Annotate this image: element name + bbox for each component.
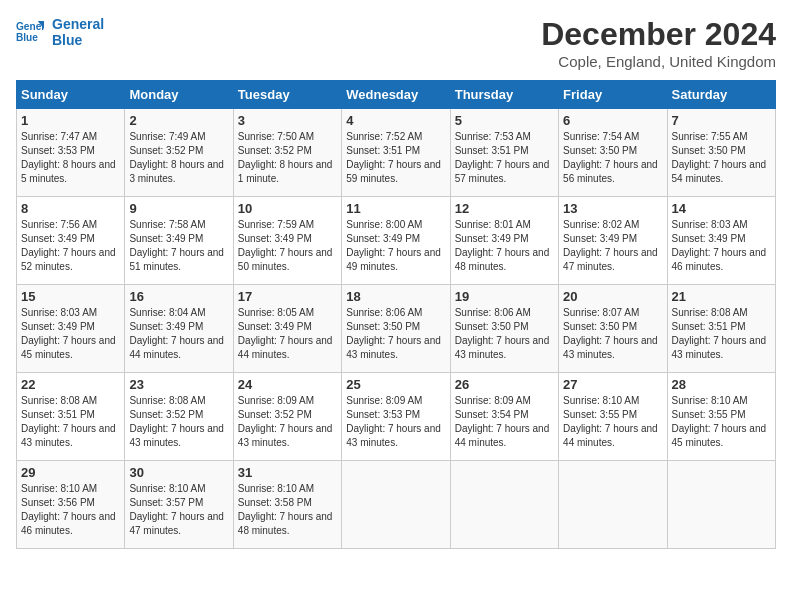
calendar-cell: 16 Sunrise: 8:04 AMSunset: 3:49 PMDaylig… (125, 285, 233, 373)
day-detail: Sunrise: 8:06 AMSunset: 3:50 PMDaylight:… (455, 306, 554, 362)
calendar-cell (342, 461, 450, 549)
day-number: 15 (21, 289, 120, 304)
day-detail: Sunrise: 7:59 AMSunset: 3:49 PMDaylight:… (238, 218, 337, 274)
location-subtitle: Cople, England, United Kingdom (541, 53, 776, 70)
calendar-cell: 19 Sunrise: 8:06 AMSunset: 3:50 PMDaylig… (450, 285, 558, 373)
day-number: 3 (238, 113, 337, 128)
calendar-cell: 21 Sunrise: 8:08 AMSunset: 3:51 PMDaylig… (667, 285, 775, 373)
calendar-cell: 28 Sunrise: 8:10 AMSunset: 3:55 PMDaylig… (667, 373, 775, 461)
col-sunday: Sunday (17, 81, 125, 109)
day-detail: Sunrise: 8:09 AMSunset: 3:52 PMDaylight:… (238, 394, 337, 450)
calendar-cell: 3 Sunrise: 7:50 AMSunset: 3:52 PMDayligh… (233, 109, 341, 197)
col-friday: Friday (559, 81, 667, 109)
day-number: 5 (455, 113, 554, 128)
calendar-week-3: 15 Sunrise: 8:03 AMSunset: 3:49 PMDaylig… (17, 285, 776, 373)
calendar-cell: 12 Sunrise: 8:01 AMSunset: 3:49 PMDaylig… (450, 197, 558, 285)
day-detail: Sunrise: 8:00 AMSunset: 3:49 PMDaylight:… (346, 218, 445, 274)
day-number: 28 (672, 377, 771, 392)
calendar-cell: 22 Sunrise: 8:08 AMSunset: 3:51 PMDaylig… (17, 373, 125, 461)
day-detail: Sunrise: 8:01 AMSunset: 3:49 PMDaylight:… (455, 218, 554, 274)
day-number: 17 (238, 289, 337, 304)
calendar-cell: 7 Sunrise: 7:55 AMSunset: 3:50 PMDayligh… (667, 109, 775, 197)
day-number: 13 (563, 201, 662, 216)
day-number: 22 (21, 377, 120, 392)
day-number: 31 (238, 465, 337, 480)
day-number: 27 (563, 377, 662, 392)
calendar-week-4: 22 Sunrise: 8:08 AMSunset: 3:51 PMDaylig… (17, 373, 776, 461)
day-detail: Sunrise: 8:08 AMSunset: 3:52 PMDaylight:… (129, 394, 228, 450)
day-number: 10 (238, 201, 337, 216)
calendar-cell: 26 Sunrise: 8:09 AMSunset: 3:54 PMDaylig… (450, 373, 558, 461)
calendar-cell: 24 Sunrise: 8:09 AMSunset: 3:52 PMDaylig… (233, 373, 341, 461)
svg-text:Blue: Blue (16, 32, 38, 43)
day-detail: Sunrise: 7:58 AMSunset: 3:49 PMDaylight:… (129, 218, 228, 274)
day-number: 21 (672, 289, 771, 304)
day-detail: Sunrise: 8:10 AMSunset: 3:58 PMDaylight:… (238, 482, 337, 538)
day-detail: Sunrise: 7:50 AMSunset: 3:52 PMDaylight:… (238, 130, 337, 186)
calendar-cell (667, 461, 775, 549)
day-detail: Sunrise: 7:47 AMSunset: 3:53 PMDaylight:… (21, 130, 120, 186)
day-detail: Sunrise: 8:09 AMSunset: 3:53 PMDaylight:… (346, 394, 445, 450)
day-number: 30 (129, 465, 228, 480)
calendar-cell: 18 Sunrise: 8:06 AMSunset: 3:50 PMDaylig… (342, 285, 450, 373)
day-detail: Sunrise: 8:10 AMSunset: 3:55 PMDaylight:… (563, 394, 662, 450)
calendar-cell: 20 Sunrise: 8:07 AMSunset: 3:50 PMDaylig… (559, 285, 667, 373)
day-detail: Sunrise: 8:05 AMSunset: 3:49 PMDaylight:… (238, 306, 337, 362)
calendar-week-1: 1 Sunrise: 7:47 AMSunset: 3:53 PMDayligh… (17, 109, 776, 197)
day-detail: Sunrise: 8:03 AMSunset: 3:49 PMDaylight:… (21, 306, 120, 362)
calendar-cell: 5 Sunrise: 7:53 AMSunset: 3:51 PMDayligh… (450, 109, 558, 197)
day-number: 26 (455, 377, 554, 392)
day-number: 23 (129, 377, 228, 392)
logo-line2: Blue (52, 32, 104, 48)
calendar-cell (559, 461, 667, 549)
day-detail: Sunrise: 7:56 AMSunset: 3:49 PMDaylight:… (21, 218, 120, 274)
calendar-cell: 10 Sunrise: 7:59 AMSunset: 3:49 PMDaylig… (233, 197, 341, 285)
day-detail: Sunrise: 8:10 AMSunset: 3:55 PMDaylight:… (672, 394, 771, 450)
calendar-cell: 25 Sunrise: 8:09 AMSunset: 3:53 PMDaylig… (342, 373, 450, 461)
calendar-week-5: 29 Sunrise: 8:10 AMSunset: 3:56 PMDaylig… (17, 461, 776, 549)
calendar-body: 1 Sunrise: 7:47 AMSunset: 3:53 PMDayligh… (17, 109, 776, 549)
day-number: 16 (129, 289, 228, 304)
logo: General Blue General Blue (16, 16, 104, 48)
calendar-cell: 30 Sunrise: 8:10 AMSunset: 3:57 PMDaylig… (125, 461, 233, 549)
calendar-cell: 6 Sunrise: 7:54 AMSunset: 3:50 PMDayligh… (559, 109, 667, 197)
logo-line1: General (52, 16, 104, 32)
calendar-cell: 29 Sunrise: 8:10 AMSunset: 3:56 PMDaylig… (17, 461, 125, 549)
calendar-cell: 4 Sunrise: 7:52 AMSunset: 3:51 PMDayligh… (342, 109, 450, 197)
col-monday: Monday (125, 81, 233, 109)
day-number: 11 (346, 201, 445, 216)
logo-icon: General Blue (16, 18, 44, 46)
day-number: 20 (563, 289, 662, 304)
day-number: 12 (455, 201, 554, 216)
day-number: 2 (129, 113, 228, 128)
calendar-cell: 17 Sunrise: 8:05 AMSunset: 3:49 PMDaylig… (233, 285, 341, 373)
day-number: 8 (21, 201, 120, 216)
calendar-table: Sunday Monday Tuesday Wednesday Thursday… (16, 80, 776, 549)
day-detail: Sunrise: 7:52 AMSunset: 3:51 PMDaylight:… (346, 130, 445, 186)
day-detail: Sunrise: 8:10 AMSunset: 3:56 PMDaylight:… (21, 482, 120, 538)
col-wednesday: Wednesday (342, 81, 450, 109)
day-detail: Sunrise: 8:03 AMSunset: 3:49 PMDaylight:… (672, 218, 771, 274)
col-tuesday: Tuesday (233, 81, 341, 109)
day-number: 14 (672, 201, 771, 216)
calendar-cell: 1 Sunrise: 7:47 AMSunset: 3:53 PMDayligh… (17, 109, 125, 197)
day-detail: Sunrise: 7:49 AMSunset: 3:52 PMDaylight:… (129, 130, 228, 186)
day-number: 7 (672, 113, 771, 128)
calendar-cell: 23 Sunrise: 8:08 AMSunset: 3:52 PMDaylig… (125, 373, 233, 461)
col-thursday: Thursday (450, 81, 558, 109)
calendar-cell: 31 Sunrise: 8:10 AMSunset: 3:58 PMDaylig… (233, 461, 341, 549)
day-number: 25 (346, 377, 445, 392)
calendar-week-2: 8 Sunrise: 7:56 AMSunset: 3:49 PMDayligh… (17, 197, 776, 285)
day-detail: Sunrise: 8:02 AMSunset: 3:49 PMDaylight:… (563, 218, 662, 274)
day-number: 6 (563, 113, 662, 128)
title-block: December 2024 Cople, England, United Kin… (541, 16, 776, 70)
calendar-cell (450, 461, 558, 549)
day-detail: Sunrise: 7:55 AMSunset: 3:50 PMDaylight:… (672, 130, 771, 186)
day-number: 4 (346, 113, 445, 128)
calendar-cell: 2 Sunrise: 7:49 AMSunset: 3:52 PMDayligh… (125, 109, 233, 197)
calendar-cell: 27 Sunrise: 8:10 AMSunset: 3:55 PMDaylig… (559, 373, 667, 461)
day-detail: Sunrise: 8:06 AMSunset: 3:50 PMDaylight:… (346, 306, 445, 362)
calendar-cell: 11 Sunrise: 8:00 AMSunset: 3:49 PMDaylig… (342, 197, 450, 285)
calendar-cell: 15 Sunrise: 8:03 AMSunset: 3:49 PMDaylig… (17, 285, 125, 373)
day-detail: Sunrise: 7:53 AMSunset: 3:51 PMDaylight:… (455, 130, 554, 186)
